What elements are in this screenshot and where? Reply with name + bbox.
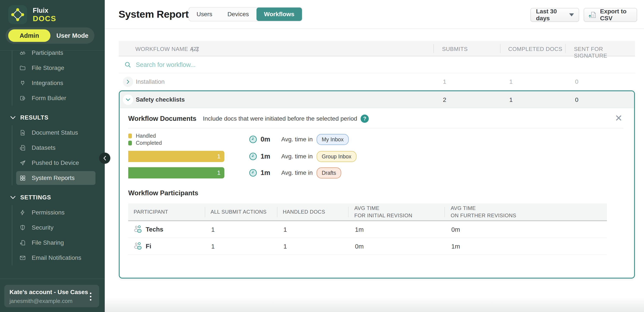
- chart-row: 1 1m Avg. time in Drafts: [128, 166, 626, 180]
- period-selector-value: Last 30 days: [536, 8, 569, 22]
- sidebar-nav: Participants File Storage Integrations: [0, 51, 105, 278]
- sidebar-item-system-reports[interactable]: System Reports: [12, 170, 105, 186]
- clock-icon: [249, 152, 257, 161]
- sort-a-z[interactable]: A-Z: [190, 46, 199, 53]
- kebab-menu-icon[interactable]: [86, 290, 95, 302]
- column-participant: PARTICIPANT: [134, 208, 168, 216]
- chevron-down-icon[interactable]: [123, 95, 133, 105]
- column-workflow-name: WORKFLOW NAME (2): [135, 46, 199, 53]
- report-tabs: Users Devices Workflows: [188, 7, 302, 21]
- account-divider: [0, 279, 105, 279]
- workflow-row-installation[interactable]: Installation 1 1 0: [119, 73, 635, 90]
- close-icon[interactable]: ✕: [615, 114, 622, 123]
- workflow-row-safety-checklists[interactable]: Safety checklists 2 1 0: [120, 91, 634, 108]
- sidebar-collapse-button[interactable]: [99, 153, 110, 164]
- nav-group-workflow: Participants File Storage Integrations: [12, 51, 105, 106]
- mode-user-button[interactable]: User Mode: [50, 32, 94, 39]
- mode-admin-button[interactable]: Admin: [8, 29, 50, 42]
- sidebar-item-integrations[interactable]: Integrations: [12, 76, 105, 91]
- clock-icon: [249, 135, 257, 143]
- column-avg-initial: AVG TIME FOR INITIAL REVISION: [354, 205, 412, 219]
- sidebar-item-datasets[interactable]: Datasets: [12, 140, 105, 155]
- sidebar-item-label: File Sharing: [32, 239, 64, 246]
- column-all-submit-actions: ALL SUBMIT ACTIONS: [210, 208, 266, 216]
- column-divider: [565, 44, 566, 53]
- sidebar-section-results[interactable]: RESULTS: [0, 110, 105, 125]
- participants-table: PARTICIPANT ALL SUBMIT ACTIONS HANDLED D…: [128, 203, 607, 255]
- participant-row-techs[interactable]: Techs 1 1 1m 0m: [128, 221, 607, 238]
- participant-row-fi[interactable]: Fi 1 1 0m 1m: [128, 238, 607, 255]
- search-input[interactable]: [135, 59, 330, 70]
- sidebar-item-label: Email Notifications: [32, 254, 81, 261]
- workflow-participants-title: Workflow Participants: [128, 189, 626, 197]
- sidebar-item-label: Form Builder: [32, 95, 66, 102]
- workflow-sent: 0: [575, 78, 578, 85]
- export-csv-button[interactable]: Export to CSV: [584, 8, 637, 22]
- badge-drafts[interactable]: Drafts: [316, 167, 342, 178]
- badge-group-inbox[interactable]: Group Inbox: [316, 151, 357, 162]
- metric-my-inbox: 0m Avg. time in My Inbox: [249, 134, 349, 145]
- workflow-completed: 1: [509, 78, 513, 85]
- participant-avg-further: 0m: [451, 226, 460, 233]
- sidebar-item-participants[interactable]: Participants: [12, 51, 105, 60]
- envelope-icon: [20, 255, 26, 261]
- workflow-completed: 1: [509, 96, 513, 103]
- main-content: System Reports Users Devices Workflows L…: [105, 0, 644, 312]
- tab-devices[interactable]: Devices: [220, 8, 256, 21]
- legend-label: Completed: [136, 140, 162, 146]
- app-root: Fluix DOCS Admin User Mode Participants: [0, 0, 644, 312]
- workflow-table-header: WORKFLOW NAME (2) A-Z SUBMITS COMPLETED …: [119, 41, 635, 56]
- handled-swatch: [128, 134, 132, 138]
- participant-submit-actions: 1: [211, 226, 215, 233]
- period-selector[interactable]: Last 30 days: [530, 8, 579, 22]
- column-divider: [205, 207, 205, 217]
- metric-label: Avg. time in: [281, 169, 313, 176]
- participant-avg-initial: 0m: [355, 243, 364, 250]
- sidebar-item-permissions[interactable]: Permissions: [12, 205, 105, 220]
- column-divider: [434, 44, 434, 53]
- help-icon[interactable]: ?: [360, 115, 369, 123]
- shield-icon: [20, 224, 26, 231]
- legend-item-handled: Handled: [128, 133, 232, 139]
- sidebar-item-file-storage[interactable]: File Storage: [12, 60, 105, 76]
- sidebar-item-pushed-to-device[interactable]: Pushed to Device: [12, 155, 105, 170]
- search-icon: [124, 61, 132, 70]
- workflow-search-row: [119, 56, 635, 73]
- lightning-icon: [20, 209, 26, 216]
- bar-value: 1: [217, 153, 220, 160]
- metric-time: 1m: [260, 153, 281, 160]
- account-card[interactable]: Kate's account - Use Cases janesmith@exa…: [4, 285, 99, 307]
- page-title: System Reports: [118, 8, 194, 20]
- workflow-name: Installation: [136, 78, 165, 85]
- brand-product: DOCS: [33, 15, 56, 23]
- sidebar-item-file-sharing[interactable]: File Sharing: [12, 235, 105, 250]
- sidebar-item-security[interactable]: Security: [12, 220, 105, 235]
- badge-my-inbox[interactable]: My Inbox: [316, 134, 349, 145]
- sidebar-item-document-status[interactable]: Document Status: [12, 125, 105, 140]
- sidebar-item-form-builder[interactable]: Form Builder: [12, 91, 105, 106]
- chevron-right-icon[interactable]: [123, 77, 133, 87]
- sidebar-item-email-notifications[interactable]: Email Notifications: [12, 250, 105, 265]
- column-divider: [500, 44, 500, 53]
- metric-time: 0m: [260, 136, 281, 143]
- workflow-documents-header: Workflow Documents Include docs that wer…: [128, 108, 626, 128]
- sidebar-item-label: Datasets: [32, 144, 56, 151]
- sidebar-item-label: Security: [32, 224, 54, 231]
- sidebar-section-settings[interactable]: SETTINGS: [0, 190, 105, 205]
- column-completed-docs: COMPLETED DOCS: [508, 46, 562, 53]
- paper-plane-icon: [20, 160, 26, 166]
- sidebar: Fluix DOCS Admin User Mode Participants: [0, 0, 105, 312]
- legend-item-completed: Completed: [128, 140, 232, 146]
- completed-bar: 1: [128, 167, 224, 178]
- nav-group-results: Document Status Datasets Pushed to Devic: [12, 125, 105, 186]
- documents-chart: Handled Completed 0m Avg. time in: [128, 132, 626, 180]
- completed-swatch: [128, 141, 132, 145]
- participant-name: Techs: [134, 225, 163, 234]
- tab-workflows[interactable]: Workflows: [256, 8, 302, 21]
- mode-toggle[interactable]: Admin User Mode: [6, 28, 94, 44]
- handled-bar: 1: [128, 151, 224, 162]
- tab-users[interactable]: Users: [189, 8, 220, 21]
- legend-label: Handled: [136, 133, 156, 139]
- datasets-icon: [20, 145, 26, 151]
- account-email: janesmith@example.com: [10, 298, 94, 304]
